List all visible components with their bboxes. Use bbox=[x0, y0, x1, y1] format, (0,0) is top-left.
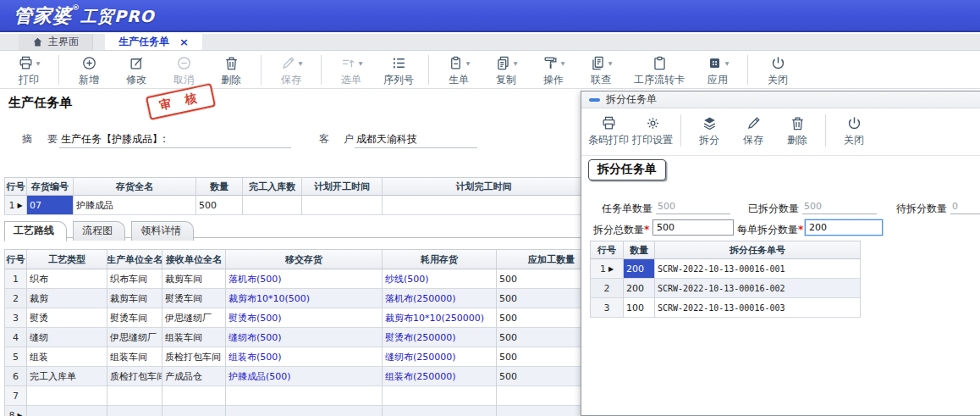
col-transfer-item: 移交存货 bbox=[226, 249, 383, 269]
consume-item-link[interactable]: 纱线(500) bbox=[383, 269, 497, 289]
select-order-button[interactable]: ▼ 选单 bbox=[328, 53, 375, 87]
producer-cell[interactable]: 质检打包车间 bbox=[107, 367, 162, 386]
split-qty-cell[interactable]: 200 bbox=[624, 259, 655, 279]
transfer-item-link[interactable]: 护膝成品(500) bbox=[226, 367, 383, 386]
table-row[interactable]: 1▶ 200 SCRW-2022-10-13-00016-001 bbox=[590, 259, 861, 279]
receiver-cell[interactable] bbox=[162, 386, 226, 406]
producer-cell[interactable] bbox=[107, 386, 162, 406]
consume-item-cell[interactable] bbox=[383, 386, 497, 406]
customer-field[interactable]: 成都天渝科技 bbox=[355, 132, 477, 148]
receiver-cell[interactable]: 伊思缝纫厂 bbox=[162, 308, 226, 328]
split-total-input[interactable]: 500 bbox=[652, 219, 734, 236]
dialog-titlebar[interactable]: 拆分任务单 bbox=[581, 92, 980, 108]
linked-query-button[interactable]: ▼ 联查 bbox=[577, 53, 625, 87]
process-type-cell[interactable]: 缝纫 bbox=[27, 328, 107, 347]
customer-label: 客 bbox=[319, 132, 329, 147]
tab-flow-chart[interactable]: 流程图 bbox=[73, 221, 125, 241]
consume-item-cell[interactable] bbox=[383, 406, 497, 416]
producer-cell[interactable]: 熨烫车间 bbox=[107, 308, 162, 328]
process-type-cell[interactable]: 完工入库单 bbox=[27, 367, 107, 386]
process-type-cell[interactable]: 组装 bbox=[27, 347, 107, 367]
producer-cell[interactable]: 织布车间 bbox=[107, 269, 162, 289]
split-button[interactable]: 拆分 bbox=[687, 114, 731, 147]
modify-button[interactable]: 修改 bbox=[113, 53, 160, 87]
transfer-item-link[interactable]: 组装布(500) bbox=[226, 347, 383, 367]
transfer-item-link[interactable]: 落机布(500) bbox=[226, 269, 383, 289]
dropdown-arrow-icon: ▼ bbox=[359, 60, 363, 66]
consume-item-link[interactable]: 落机布(250000) bbox=[383, 289, 497, 308]
completed-qty-cell[interactable] bbox=[243, 196, 302, 215]
consume-item-link[interactable]: 熨烫布(250000) bbox=[383, 328, 497, 347]
split-order-no-cell[interactable]: SCRW-2022-10-13-00016-002 bbox=[655, 279, 861, 298]
transfer-item-cell[interactable] bbox=[226, 406, 383, 416]
toolbar-separator bbox=[58, 55, 59, 85]
print-button[interactable]: ▼ 打印 bbox=[5, 53, 52, 87]
tab-home[interactable]: 主界面 bbox=[19, 34, 93, 50]
split-qty-cell[interactable]: 200 bbox=[624, 279, 655, 298]
consume-item-link[interactable]: 缝纫布(250000) bbox=[383, 347, 497, 367]
row-number-cell: 3 bbox=[4, 308, 27, 328]
dialog-close-button[interactable]: 关闭 bbox=[832, 114, 876, 147]
toolbar-separator bbox=[747, 55, 748, 85]
consume-item-link[interactable]: 裁剪布10*10(250000) bbox=[383, 308, 497, 328]
producer-cell[interactable] bbox=[107, 406, 162, 416]
process-type-cell[interactable]: 裁剪 bbox=[27, 289, 107, 308]
tab-production-task[interactable]: 生产任务单 × bbox=[105, 34, 202, 50]
item-code-cell[interactable]: 07 bbox=[27, 196, 74, 215]
split-qty-cell[interactable]: 100 bbox=[624, 298, 655, 318]
consume-item-link[interactable]: 组装布(250000) bbox=[383, 367, 497, 386]
print-settings-button[interactable]: 打印设置 bbox=[630, 114, 674, 147]
producer-cell[interactable]: 组装车间 bbox=[107, 347, 162, 367]
process-type-cell[interactable] bbox=[27, 406, 107, 416]
split-order-no-cell[interactable]: SCRW-2022-10-13-00016-003 bbox=[655, 298, 861, 318]
qty-cell[interactable]: 500 bbox=[196, 196, 243, 215]
table-row[interactable]: 3 100 SCRW-2022-10-13-00016-003 bbox=[590, 298, 861, 318]
operate-button[interactable]: ▼ 操作 bbox=[530, 53, 577, 87]
printer-icon bbox=[601, 115, 617, 131]
close-button[interactable]: 关闭 bbox=[754, 53, 801, 87]
split-order-no-cell[interactable]: SCRW-2022-10-13-00016-001 bbox=[655, 259, 861, 279]
process-type-cell[interactable] bbox=[27, 386, 107, 406]
required-asterisk: * bbox=[644, 224, 649, 236]
process-card-button[interactable]: 工序流转卡 bbox=[625, 53, 694, 87]
process-type-cell[interactable]: 熨烫 bbox=[27, 308, 107, 328]
item-name-cell[interactable]: 护膝成品 bbox=[74, 196, 196, 215]
summary-field[interactable]: 生产任务【护膝成品】: bbox=[59, 132, 291, 148]
transfer-item-link[interactable]: 熨烫布(500) bbox=[226, 308, 383, 328]
transfer-item-cell[interactable] bbox=[226, 386, 383, 406]
tab-production-task-label: 生产任务单 bbox=[118, 35, 169, 49]
dialog-delete-button[interactable]: 删除 bbox=[775, 114, 819, 147]
producer-cell[interactable]: 伊思缝纫厂 bbox=[107, 328, 162, 347]
new-button[interactable]: 新增 bbox=[65, 53, 113, 87]
copy-button[interactable]: ▼ 操作 复制 bbox=[482, 53, 530, 87]
receiver-cell[interactable]: 裁剪车间 bbox=[162, 269, 226, 289]
table-row[interactable]: 2 200 SCRW-2022-10-13-00016-002 bbox=[590, 279, 861, 298]
toolbar-separator bbox=[261, 55, 262, 85]
plan-start-cell[interactable] bbox=[302, 196, 383, 215]
process-type-cell[interactable]: 织布 bbox=[27, 269, 107, 289]
serial-number-button[interactable]: 序列号 bbox=[375, 53, 422, 87]
generate-order-button[interactable]: ▼ 生单 bbox=[435, 53, 482, 87]
barcode-print-button[interactable]: 条码打印 bbox=[586, 114, 630, 147]
col-qty: 数量 bbox=[196, 177, 243, 196]
tab-process-route[interactable]: 工艺路线 bbox=[4, 221, 67, 241]
receiver-cell[interactable]: 产成品仓 bbox=[162, 367, 226, 386]
delete-button[interactable]: 删除 bbox=[207, 53, 255, 87]
per-order-input[interactable]: 200 bbox=[805, 219, 883, 236]
dialog-save-button[interactable]: 保存 bbox=[731, 114, 775, 147]
tab-material-detail[interactable]: 领料详情 bbox=[131, 221, 194, 241]
transfer-item-link[interactable]: 缝纫布(500) bbox=[226, 328, 383, 347]
cancel-button[interactable]: 取消 bbox=[160, 53, 207, 87]
receiver-cell[interactable]: 熨烫车间 bbox=[162, 289, 226, 308]
producer-cell[interactable]: 裁剪车间 bbox=[107, 289, 162, 308]
receiver-cell[interactable] bbox=[162, 406, 226, 416]
save-button[interactable]: ▼ 保存 bbox=[267, 53, 315, 87]
select-list-icon bbox=[340, 55, 356, 71]
receiver-cell[interactable]: 组装车间 bbox=[162, 328, 226, 347]
transfer-item-link[interactable]: 裁剪布10*10(500) bbox=[226, 289, 383, 308]
apply-button[interactable]: ▼ 应用 bbox=[694, 53, 741, 87]
copy-icon bbox=[495, 55, 511, 71]
plan-finish-cell[interactable] bbox=[383, 196, 586, 215]
receiver-cell[interactable]: 质检打包车间 bbox=[162, 347, 226, 367]
tab-close-icon[interactable]: × bbox=[179, 36, 189, 48]
